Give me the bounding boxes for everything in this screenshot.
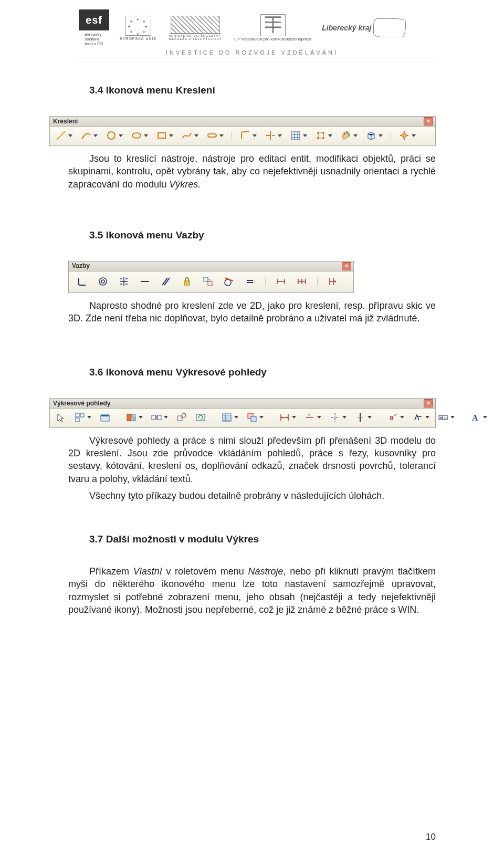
chevron-down-icon <box>378 132 383 139</box>
view-cursor[interactable] <box>54 411 68 424</box>
constraint-dim-h[interactable] <box>274 275 288 288</box>
svg-rect-3 <box>158 133 165 138</box>
pattern-icon <box>315 130 327 141</box>
view-center[interactable] <box>353 411 373 424</box>
chevron-down-icon <box>342 414 347 421</box>
header-subtitle: INVESTICE DO ROZVOJE VZDĚLÁVÁNÍ <box>0 46 504 58</box>
svg-text:.xx: .xx <box>443 416 447 420</box>
svg-point-14 <box>101 280 104 283</box>
eu-logo: EVROPSKÁ UNIE <box>120 16 156 40</box>
constraint-equal[interactable] <box>243 275 257 288</box>
tool-3d[interactable] <box>364 129 384 142</box>
sparkle-icon <box>398 130 410 141</box>
view-section[interactable] <box>124 411 144 424</box>
constraint-tangent[interactable] <box>222 275 236 288</box>
tool-trim[interactable] <box>264 129 284 142</box>
refresh-icon <box>195 412 206 423</box>
annot-surface[interactable] <box>411 411 431 424</box>
toolbar-pohledy: Výkresové pohledy × <box>49 398 436 428</box>
svg-rect-30 <box>127 414 131 421</box>
toolbar-separator <box>317 275 318 288</box>
chevron-down-icon <box>194 132 199 139</box>
tool-line[interactable] <box>54 129 74 142</box>
heading-34: 3.4 Ikonová menu Kreslení <box>89 83 436 97</box>
equal-icon <box>244 276 256 287</box>
annot-balloon[interactable]: a <box>386 411 406 424</box>
svg-rect-4 <box>208 134 216 137</box>
svg-point-34 <box>182 413 186 417</box>
view-wizard[interactable] <box>98 411 112 424</box>
tool-slot[interactable] <box>205 129 225 142</box>
tool-arc[interactable] <box>79 129 99 142</box>
concentric-icon <box>97 276 109 287</box>
svg-text:⊕: ⊕ <box>439 416 443 420</box>
tool-pattern[interactable] <box>314 129 334 142</box>
close-icon[interactable]: × <box>342 262 351 270</box>
view-bom[interactable] <box>220 411 240 424</box>
view-principal[interactable] <box>73 411 93 424</box>
close-icon[interactable]: × <box>424 117 433 126</box>
kraj-text: Liberecký kraj <box>322 24 371 32</box>
constraint-horizontal[interactable] <box>138 275 152 288</box>
constraint-group[interactable] <box>201 275 215 288</box>
tool-spline[interactable] <box>180 129 200 142</box>
toolbar-separator <box>265 275 266 288</box>
constraint-symmetric[interactable] <box>117 275 131 288</box>
symmetric-icon <box>118 276 130 287</box>
svg-rect-27 <box>76 418 79 422</box>
tool-color[interactable] <box>339 129 359 142</box>
group-icon <box>202 276 214 287</box>
msmt-label: MINISTERSTVO ŠKOLSTVÍ, MLÁDEŽE A TĚLOVÝC… <box>169 34 222 40</box>
constraint-parallel[interactable] <box>159 275 173 288</box>
view-broken[interactable] <box>150 411 170 424</box>
constraint-coincident[interactable] <box>75 275 89 288</box>
constraint-dim-mid[interactable] <box>295 275 309 288</box>
heading-37: 3.7 Další možnosti v modulu Výkres <box>89 532 436 546</box>
annot-tolerance[interactable]: ⊕.xx <box>436 411 456 424</box>
trim-icon <box>265 130 276 141</box>
chevron-down-icon <box>367 414 372 421</box>
broken-view-icon <box>151 412 162 423</box>
para-37: Příkazem Vlastní v roletovém menu Nástro… <box>68 565 436 616</box>
constraint-align[interactable] <box>326 275 340 288</box>
close-icon[interactable]: × <box>424 399 433 407</box>
cube-icon <box>365 130 377 141</box>
view-detail[interactable] <box>175 411 188 424</box>
svg-rect-33 <box>177 416 182 421</box>
tool-measure[interactable] <box>397 129 417 142</box>
eu-label: EVROPSKÁ UNIE <box>120 37 156 40</box>
annot-text[interactable]: A <box>469 411 489 424</box>
chevron-down-icon <box>302 132 308 139</box>
svg-point-2 <box>132 133 141 138</box>
view-axis[interactable] <box>328 411 348 424</box>
chevron-down-icon <box>400 414 405 421</box>
chevron-down-icon <box>482 414 488 421</box>
tool-circle[interactable] <box>104 129 124 142</box>
chevron-down-icon <box>353 132 358 139</box>
para-36-2: Všechny tyto příkazy budou detailně prob… <box>68 489 436 502</box>
svg-line-0 <box>57 131 65 140</box>
chevron-down-icon <box>317 414 322 421</box>
svg-rect-29 <box>101 415 109 416</box>
chevron-down-icon <box>219 132 224 139</box>
chevron-down-icon <box>277 132 282 139</box>
view-layers[interactable] <box>245 411 265 424</box>
tool-ellipse[interactable] <box>130 129 150 142</box>
kraj-outline-icon <box>373 18 406 37</box>
dim-x[interactable]: x <box>303 411 323 424</box>
slot-icon <box>206 130 218 141</box>
hatch-icon <box>290 130 301 141</box>
tool-fillet[interactable] <box>238 129 258 142</box>
svg-rect-31 <box>152 415 155 420</box>
constraint-concentric[interactable] <box>96 275 110 288</box>
dimension-h-icon <box>275 276 287 287</box>
line-icon <box>55 130 67 141</box>
constraint-lock[interactable] <box>180 275 194 288</box>
view-update[interactable] <box>194 411 207 424</box>
dim-smart[interactable] <box>278 411 298 424</box>
tool-hatch[interactable] <box>289 129 309 142</box>
dimension-mid-icon <box>296 276 308 287</box>
msmt-logo: MINISTERSTVO ŠKOLSTVÍ, MLÁDEŽE A TĚLOVÝC… <box>167 16 224 40</box>
heading-36: 3.6 Ikonová menu Výkresové pohledy <box>89 365 436 379</box>
tool-rectangle[interactable] <box>155 129 175 142</box>
